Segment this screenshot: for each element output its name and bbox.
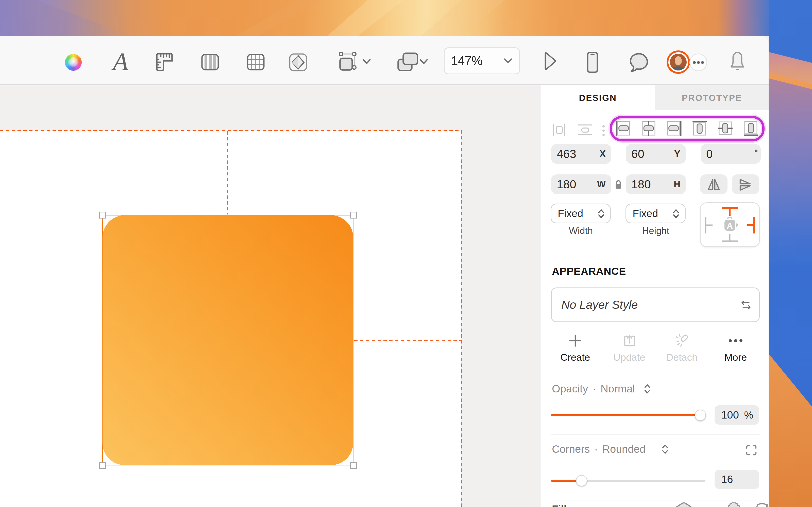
svg-text:A: A	[727, 221, 733, 230]
